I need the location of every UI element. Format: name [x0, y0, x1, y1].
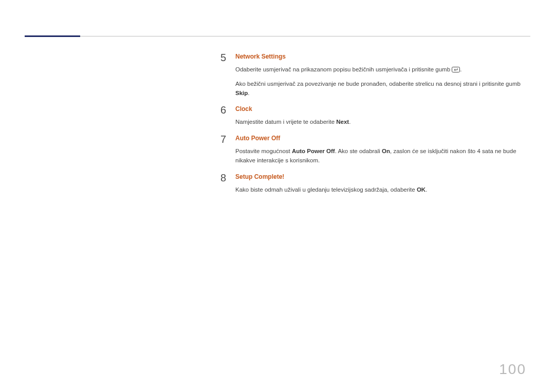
content: 5 Network Settings Odaberite usmjerivač …	[25, 51, 530, 201]
step-6: 6 Clock Namjestite datum i vrijete te od…	[25, 104, 530, 131]
bold-text: OK	[417, 186, 425, 193]
step-heading: Clock	[235, 105, 530, 113]
header-accent	[25, 35, 80, 37]
text: . Ako ste odabrali	[335, 148, 382, 154]
step-8: 8 Setup Complete! Kako biste odmah uživa…	[25, 172, 530, 199]
enter-icon	[452, 66, 460, 76]
step-paragraph: Postavite mogućnost Auto Power Off. Ako …	[235, 147, 530, 165]
step-number: 5	[25, 51, 235, 64]
bold-text: Auto Power Off	[292, 148, 335, 154]
text: Odaberite usmjerivač na prikazanom popis…	[235, 66, 452, 72]
step-body: Network Settings Odaberite usmjerivač na…	[235, 51, 530, 102]
text: Ako bežični usmjerivač za povezivanje ne…	[235, 81, 521, 87]
step-number: 8	[25, 172, 235, 184]
step-paragraph: Kako biste odmah uživali u gledanju tele…	[235, 185, 530, 195]
text: .	[425, 186, 427, 193]
step-heading: Setup Complete!	[235, 173, 530, 180]
page-number: 100	[499, 361, 526, 378]
text: .	[248, 90, 249, 96]
step-heading: Auto Power Off	[235, 135, 530, 142]
text: .	[349, 119, 350, 125]
text: .	[460, 66, 461, 72]
step-paragraph: Ako bežični usmjerivač za povezivanje ne…	[235, 80, 530, 98]
step-number: 7	[25, 133, 235, 145]
bold-text: On	[382, 148, 390, 154]
header-rule	[25, 36, 530, 36]
step-heading: Network Settings	[235, 53, 530, 60]
bold-text: Next	[336, 119, 349, 125]
step-body: Setup Complete! Kako biste odmah uživali…	[235, 172, 530, 199]
step-number: 6	[25, 104, 235, 116]
text: Kako biste odmah uživali u gledanju tele…	[235, 186, 417, 193]
page: 5 Network Settings Odaberite usmjerivač …	[0, 0, 555, 392]
step-7: 7 Auto Power Off Postavite mogućnost Aut…	[25, 133, 530, 170]
step-paragraph: Odaberite usmjerivač na prikazanom popis…	[235, 65, 530, 76]
step-body: Clock Namjestite datum i vrijete te odab…	[235, 104, 530, 131]
step-body: Auto Power Off Postavite mogućnost Auto …	[235, 133, 530, 170]
step-5: 5 Network Settings Odaberite usmjerivač …	[25, 51, 530, 102]
step-paragraph: Namjestite datum i vrijete te odaberite …	[235, 118, 530, 127]
text: Namjestite datum i vrijete te odaberite	[235, 119, 336, 125]
bold-text: Skip	[235, 90, 248, 96]
text: Postavite mogućnost	[235, 148, 292, 154]
